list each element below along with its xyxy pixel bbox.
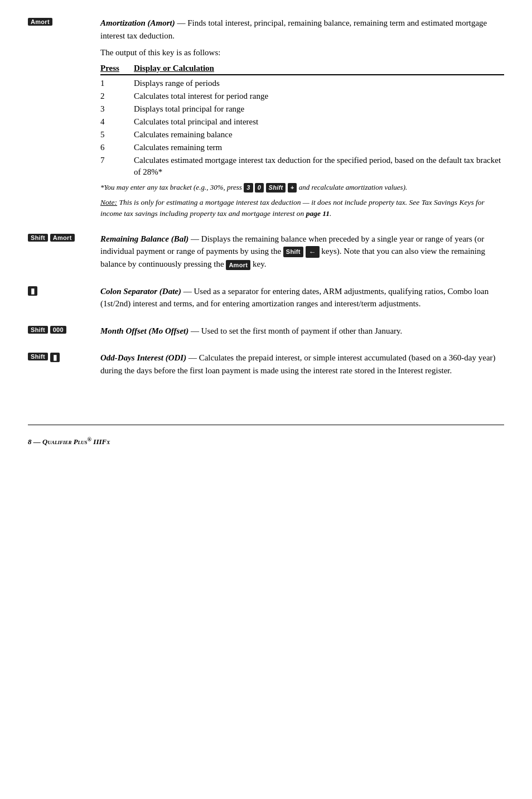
footer-dash: —	[33, 438, 42, 446]
amort-row-7: 7 Calculates estimated mortgage interest…	[100, 155, 504, 178]
amort-section: Amort Amortization (Amort) — Finds total…	[28, 17, 504, 223]
footer-model: IIIFx	[93, 438, 110, 446]
amort-title: Amortization (Amort)	[100, 18, 175, 27]
colon-para: Colon Separator (Date) — Used as a separ…	[100, 285, 504, 310]
colon-content: Colon Separator (Date) — Used as a separ…	[100, 285, 504, 315]
footer-page: 8	[28, 438, 32, 446]
amort2-key-badge: Amort	[50, 234, 75, 242]
shift-000-title: Month Offset (Mo Offset)	[100, 326, 188, 335]
press-6: 6	[100, 142, 134, 153]
shift-amort-dash: —	[191, 234, 201, 243]
shift-000-description: Used to set the first month of payment i…	[201, 326, 403, 335]
note-text: This is only for estimating a mortgage i…	[100, 198, 485, 218]
amort-table: Press Display or Calculation 1 Displays …	[100, 64, 504, 178]
amort-intro-para: Amortization (Amort) — Finds total inter…	[100, 17, 504, 42]
shift-inline-key: Shift	[283, 247, 303, 257]
press-3: 3	[100, 103, 134, 115]
col-press-header: Press	[100, 64, 134, 73]
amort-row-5: 5 Calculates remaining balance	[100, 129, 504, 141]
col-display-header: Display or Calculation	[134, 64, 214, 73]
shift-amort-key-col: Shift Amort	[28, 233, 100, 243]
page-content: Amort Amortization (Amort) — Finds total…	[28, 17, 504, 447]
colon-key-badge: ▮	[28, 286, 37, 296]
shift-colon-content: Odd-Days Interest (ODI) — Calculates the…	[100, 352, 504, 381]
amort-note: Note: This is only for estimating a mort…	[100, 197, 504, 219]
display-2: Calculates total interest for period ran…	[134, 90, 504, 102]
amort-row-3: 3 Displays total principal for range	[100, 103, 504, 115]
shift-colon-key-col: Shift ▮	[28, 352, 100, 362]
colon-dash: —	[183, 287, 194, 296]
press-7: 7	[100, 155, 134, 178]
key-3: 3	[244, 183, 253, 193]
amort-output-intro: The output of this key is as follows:	[100, 46, 504, 59]
display-3: Displays total principal for range	[134, 103, 504, 115]
shift-colon-dash: —	[188, 353, 199, 362]
note-bold: page 11	[306, 209, 330, 218]
amort-key-col: Amort	[28, 17, 100, 26]
colon2-key-badge: ▮	[50, 353, 60, 362]
shift-colon-section: Shift ▮ Odd-Days Interest (ODI) — Calcul…	[28, 352, 504, 381]
shift-000-content: Month Offset (Mo Offset) — Used to set t…	[100, 325, 504, 342]
amort-row-2: 2 Calculates total interest for period r…	[100, 90, 504, 102]
shift-amort-content: Remaining Balance (Bal) — Displays the r…	[100, 233, 504, 275]
shift-000-dash: —	[191, 326, 201, 335]
press-4: 4	[100, 116, 134, 128]
display-7: Calculates estimated mortgage interest t…	[134, 155, 504, 178]
footnote1-end: and recalculate amortization values).	[299, 183, 408, 191]
page-footer: 8 — Qualifier Plus® IIIFx	[28, 425, 504, 446]
display-4: Calculates total principal and interest	[134, 116, 504, 128]
shift-amort-desc3: key.	[253, 259, 266, 268]
shift-colon-title: Odd-Days Interest (ODI)	[100, 353, 186, 362]
amort-inline-key: Amort	[226, 260, 250, 271]
amort-key-badge: Amort	[28, 18, 52, 26]
note-label: Note:	[100, 198, 117, 206]
amort-row-1: 1 Displays range of periods	[100, 78, 504, 89]
footer-product: Qualifier Plus	[42, 438, 88, 446]
display-1: Displays range of periods	[134, 78, 504, 89]
shift-amort-section: Shift Amort Remaining Balance (Bal) — Di…	[28, 233, 504, 275]
key-shift-fn: Shift	[266, 183, 286, 193]
colon-key-col: ▮	[28, 285, 100, 296]
key-0: 0	[255, 183, 264, 193]
shift-key-badge: Shift	[28, 234, 48, 242]
amort-footnote1: *You may enter any tax bracket (e.g., 30…	[100, 182, 504, 193]
footnote1-text: *You may enter any tax bracket (e.g., 30…	[100, 183, 244, 191]
shift-000-section: Shift 000 Month Offset (Mo Offset) — Use…	[28, 325, 504, 342]
amort-dash: —	[177, 18, 188, 27]
display-5: Calculates remaining balance	[134, 129, 504, 141]
arrow-inline-key: ←	[306, 246, 320, 258]
shift2-key-badge: Shift	[28, 326, 48, 334]
footer-reg: ®	[88, 436, 91, 442]
press-5: 5	[100, 129, 134, 141]
shift-amort-title: Remaining Balance (Bal)	[100, 234, 188, 243]
amort-row-4: 4 Calculates total principal and interes…	[100, 116, 504, 128]
amort-content: Amortization (Amort) — Finds total inter…	[100, 17, 504, 223]
shift-amort-para: Remaining Balance (Bal) — Displays the r…	[100, 233, 504, 271]
press-1: 1	[100, 78, 134, 89]
shift-000-key-col: Shift 000	[28, 325, 100, 335]
colon-title: Colon Separator (Date)	[100, 287, 181, 296]
amort-row-6: 6 Calculates remaining term	[100, 142, 504, 153]
000-key-badge: 000	[50, 326, 66, 334]
key-plus: +	[288, 183, 297, 193]
note-period: .	[330, 209, 331, 218]
colon-section: ▮ Colon Separator (Date) — Used as a sep…	[28, 285, 504, 315]
shift-colon-para: Odd-Days Interest (ODI) — Calculates the…	[100, 352, 504, 377]
amort-table-header: Press Display or Calculation	[100, 64, 504, 75]
shift-000-para: Month Offset (Mo Offset) — Used to set t…	[100, 325, 504, 338]
shift3-key-badge: Shift	[28, 353, 48, 360]
press-2: 2	[100, 90, 134, 102]
display-6: Calculates remaining term	[134, 142, 504, 153]
